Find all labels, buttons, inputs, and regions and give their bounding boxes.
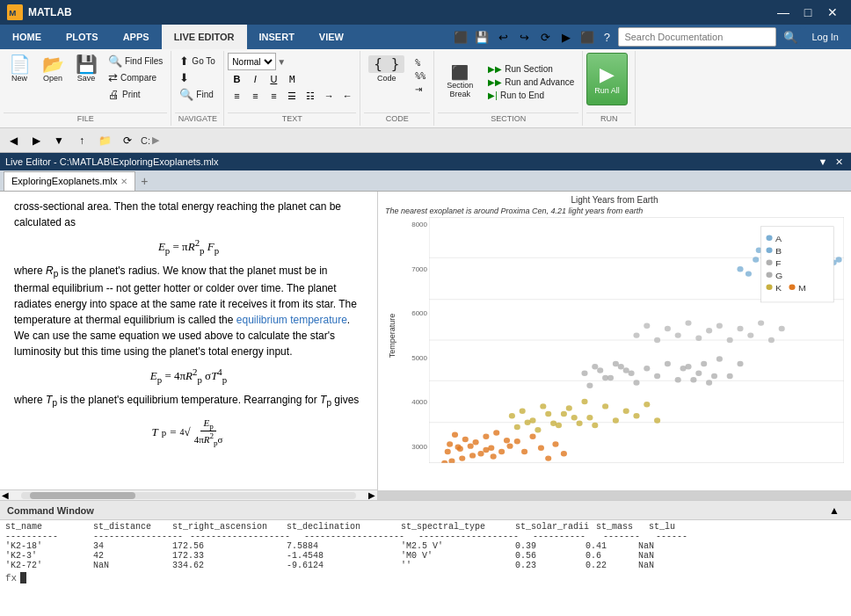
cmd-data-row-3: 'K2-72' NaN 334.62 -9.6124 '' 0.23 0.22 … [5, 561, 846, 570]
sep-2: ----------------- [93, 532, 190, 541]
scroll-track[interactable] [21, 492, 356, 499]
svg-point-35 [441, 460, 447, 463]
scatter-plot: A B F G K M [429, 217, 844, 463]
bold-button[interactable]: B [228, 71, 245, 87]
svg-point-96 [747, 332, 753, 337]
section-break-button[interactable]: ⬛ SectionBreak [438, 63, 482, 101]
svg-point-29 [521, 449, 527, 454]
toolbar-icon-7[interactable]: ⬛ [578, 28, 597, 46]
search-input[interactable] [618, 27, 776, 47]
svg-text:F: F [775, 258, 781, 267]
r3-dist: NaN [93, 561, 172, 570]
add-tab-button[interactable]: + [135, 172, 153, 190]
run-section-icon: ▶▶ [488, 64, 502, 74]
find-files-button[interactable]: 🔍 Find Files [104, 53, 167, 69]
search-button[interactable]: 🔍 [780, 27, 801, 47]
scroll-left-arrow[interactable]: ◀ [0, 490, 11, 500]
up-folder-button[interactable]: ↑ [72, 132, 91, 149]
cmd-content[interactable]: st_name st_distance st_right_ascension s… [0, 520, 851, 616]
path-display: C: ▶ [141, 134, 159, 146]
go-to-button[interactable]: ⬆ Go To [175, 53, 220, 69]
italic-button[interactable]: I [246, 71, 264, 87]
folder-icon-button[interactable]: 📁 [95, 132, 114, 149]
percent2-button[interactable]: %% [411, 69, 430, 83]
login-button[interactable]: Log In [804, 27, 846, 47]
maximize-button[interactable]: □ [796, 4, 819, 21]
help-icon[interactable]: ? [599, 29, 615, 45]
tab-insert[interactable]: INSERT [247, 25, 307, 49]
svg-point-53 [525, 419, 531, 424]
tab-live-editor[interactable]: LIVE EDITOR [162, 25, 247, 49]
doc-pane[interactable]: cross-sectional area. Then the total ene… [0, 192, 378, 489]
format-dropdown-arrow: ▼ [277, 57, 286, 67]
run-section-button[interactable]: ▶▶ Run Section [484, 62, 578, 76]
indent-button[interactable]: → [320, 88, 338, 104]
align-left-button[interactable]: ≡ [228, 88, 245, 104]
svg-point-48 [623, 409, 629, 414]
svg-point-88 [665, 326, 671, 331]
save-button[interactable]: 💾 Save [70, 53, 102, 85]
cmd-expand-button[interactable]: ▲ [825, 502, 844, 519]
doc-horizontal-scroll[interactable]: ◀ ▶ [0, 489, 377, 500]
navigate-down-button[interactable]: ⬇ [175, 69, 220, 86]
toolbar-icon-3[interactable]: ↩ [493, 28, 513, 46]
num-list-button[interactable]: ☷ [302, 88, 319, 104]
save-icon: 💾 [76, 55, 98, 73]
run-all-icon: ▶ [600, 63, 615, 86]
find-button[interactable]: 🔍 Find [175, 86, 220, 103]
editor-collapse-button[interactable]: ▼ [816, 156, 830, 168]
toolbar-icon-1[interactable]: ⬛ [451, 28, 470, 46]
browse-history-button[interactable]: ▼ [49, 132, 69, 149]
minimize-button[interactable]: — [772, 4, 795, 21]
scroll-right-arrow[interactable]: ▶ [367, 490, 377, 500]
svg-point-9 [447, 441, 453, 446]
list-button[interactable]: ☰ [283, 88, 301, 104]
toolbar-icon-6[interactable]: ▶ [556, 28, 576, 46]
run-all-button[interactable]: ▶ Run All [586, 53, 628, 105]
code-button[interactable]: { } Code [364, 53, 409, 85]
tab-home[interactable]: HOME [0, 25, 54, 49]
align-right-button[interactable]: ≡ [265, 88, 282, 104]
new-button[interactable]: 📄 New [4, 53, 35, 85]
align-center-button[interactable]: ≡ [246, 88, 264, 104]
equilibrium-link[interactable]: equilibrium temperature [236, 314, 347, 326]
format-select-row: Normal ▼ [228, 53, 286, 70]
cmd-cursor[interactable] [20, 572, 26, 583]
svg-point-93 [716, 323, 723, 329]
forward-button[interactable]: ▶ [26, 132, 46, 149]
tab-view[interactable]: VIEW [307, 25, 356, 49]
underline-button[interactable]: U [265, 71, 282, 87]
toolbar-icon-5[interactable]: ⟳ [535, 28, 555, 46]
toolbar-icon-4[interactable]: ↪ [514, 28, 534, 46]
editor-close-button[interactable]: ✕ [832, 156, 846, 168]
tab-plots[interactable]: PLOTS [54, 25, 111, 49]
outdent-button[interactable]: ← [338, 88, 356, 104]
compare-button[interactable]: ⇄ Compare [104, 69, 167, 86]
svg-point-129 [789, 284, 795, 289]
run-advance-button[interactable]: ▶▶ Run and Advance [484, 76, 578, 89]
svg-point-82 [690, 377, 696, 382]
svg-point-43 [571, 415, 578, 420]
svg-text:B: B [775, 246, 782, 255]
format-select[interactable]: Normal [228, 53, 276, 70]
text-group-content: Normal ▼ B I U M ≡ ≡ ≡ ☰ ☷ → ← [228, 53, 356, 111]
file-tab[interactable]: ExploringExoplanets.mlx ✕ [4, 171, 135, 191]
svg-point-59 [586, 415, 593, 420]
open-button[interactable]: 📂 Open [37, 53, 69, 85]
svg-point-101 [753, 257, 759, 262]
back-button[interactable]: ◀ [4, 132, 23, 149]
run-end-button[interactable]: ▶| Run to End [484, 89, 578, 102]
indent-code-button[interactable]: ⇥ [411, 83, 430, 96]
refresh-button[interactable]: ⟳ [118, 132, 137, 149]
svg-point-45 [592, 423, 598, 428]
print-button[interactable]: 🖨 Print [104, 86, 167, 103]
percent-button[interactable]: % [411, 56, 430, 69]
svg-point-55 [545, 411, 551, 417]
close-button[interactable]: ✕ [821, 4, 844, 21]
mono-button[interactable]: M [283, 71, 301, 87]
tab-apps[interactable]: APPS [111, 25, 162, 49]
nav-bar: ◀ ▶ ▼ ↑ 📁 ⟳ C: ▶ [0, 128, 851, 153]
toolbar-icon-2[interactable]: 💾 [472, 28, 491, 46]
scroll-thumb[interactable] [30, 492, 135, 499]
tab-close-button[interactable]: ✕ [120, 177, 127, 186]
